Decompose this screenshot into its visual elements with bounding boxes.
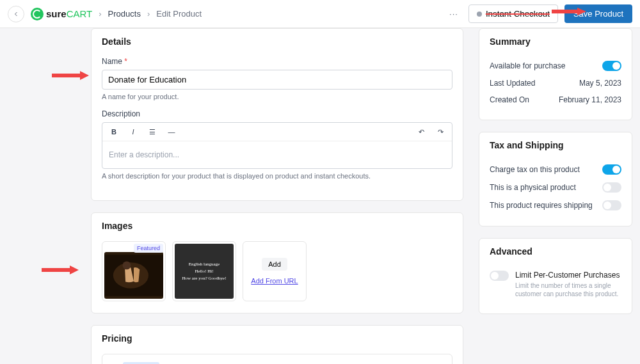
add-image-button[interactable]: Add: [262, 258, 287, 271]
pricing-title: Pricing: [92, 326, 463, 351]
charge-tax-toggle[interactable]: [602, 164, 621, 175]
page-content: Details Name * A name for your product. …: [0, 28, 640, 364]
image-thumbnail-2: English language Hello! Hi! How are you?…: [175, 244, 234, 299]
featured-badge: Featured: [134, 244, 163, 253]
list-button[interactable]: ☰: [146, 125, 159, 138]
shipping-label: This product requires shipping: [490, 201, 593, 210]
thumb2-line2: Hello! Hi!: [195, 269, 214, 274]
price-row[interactable]: ⠿ One Time Donate For Education — Custom…: [102, 354, 452, 364]
description-label: Description: [102, 109, 452, 118]
hr-button[interactable]: —: [165, 125, 178, 138]
physical-label: This is a physical product: [490, 183, 576, 192]
more-menu-button[interactable]: ···: [445, 9, 462, 19]
updated-label: Last Updated: [490, 79, 535, 88]
sidebar-column: Summary Available for purchase Last Upda…: [479, 28, 632, 364]
available-toggle[interactable]: [602, 61, 621, 71]
summary-title: Summary: [479, 29, 632, 54]
images-title: Images: [92, 213, 463, 239]
limit-purchases-label: Limit Per-Customer Purchases: [515, 271, 621, 280]
limit-purchases-toggle[interactable]: [490, 271, 509, 281]
back-button[interactable]: [8, 6, 24, 22]
summary-card: Summary Available for purchase Last Upda…: [479, 28, 632, 120]
name-input[interactable]: [102, 70, 452, 90]
svg-point-2: [123, 261, 131, 269]
image-thumbnail-1: [104, 252, 163, 299]
arrow-left-icon: [12, 10, 20, 18]
chevron-right-icon: ›: [99, 9, 101, 19]
instant-checkout-label: Instant Checkout: [486, 9, 550, 19]
undo-button[interactable]: ↶: [415, 125, 428, 138]
advanced-title: Advanced: [479, 239, 632, 264]
image-card-2[interactable]: English language Hello! Hi! How are you?…: [172, 241, 236, 301]
details-card: Details Name * A name for your product. …: [91, 28, 463, 201]
bold-button[interactable]: B: [108, 125, 120, 138]
created-label: Created On: [490, 95, 529, 104]
topbar-left: sureCART › Products › Edit Product: [8, 6, 202, 22]
limit-purchases-help: Limit the number of times a single custo…: [515, 281, 621, 298]
logo-text-cart: CART: [67, 8, 93, 19]
redo-button[interactable]: ↷: [434, 125, 447, 138]
tax-shipping-card: Tax and Shipping Charge tax on this prod…: [479, 132, 632, 226]
name-help: A name for your product.: [102, 93, 452, 100]
italic-button[interactable]: I: [127, 125, 140, 138]
charge-tax-label: Charge tax on this product: [490, 165, 580, 174]
available-label: Available for purchase: [490, 61, 566, 70]
pricing-card: Pricing ⠿ One Time Donate For Education …: [91, 325, 463, 364]
breadcrumb-products[interactable]: Products: [108, 9, 141, 19]
details-title: Details: [92, 29, 463, 54]
breadcrumb-current: Edit Product: [156, 9, 202, 19]
logo: sureCART: [31, 8, 92, 20]
description-textarea[interactable]: Enter a description...: [102, 141, 452, 168]
tax-title: Tax and Shipping: [479, 132, 632, 158]
reading-image-icon: [104, 252, 163, 299]
advanced-card: Advanced Limit Per-Customer Purchases Li…: [479, 238, 632, 314]
topbar: sureCART › Products › Edit Product ··· I…: [0, 0, 640, 28]
created-value: February 11, 2023: [559, 95, 621, 104]
logo-icon: [31, 8, 44, 20]
images-card: Images Featured: [91, 212, 463, 313]
thumb2-line3: How are you? Goodbye!: [182, 276, 226, 281]
physical-toggle[interactable]: [602, 182, 621, 193]
chevron-right-icon: ›: [147, 9, 150, 19]
description-editor: B I ☰ — ↶ ↷ Enter a description...: [102, 122, 452, 169]
updated-value: May 5, 2023: [579, 79, 621, 88]
logo-text-sure: sure: [46, 8, 67, 19]
save-product-button[interactable]: Save Product: [564, 4, 632, 23]
shipping-toggle[interactable]: [602, 200, 621, 210]
status-dot-icon: [477, 12, 482, 17]
description-help: A short description for your product tha…: [102, 172, 452, 180]
topbar-right: ··· Instant Checkout Save Product: [445, 4, 632, 23]
add-from-url-link[interactable]: Add From URL: [251, 277, 298, 285]
image-card-1[interactable]: Featured: [102, 241, 166, 301]
instant-checkout-button[interactable]: Instant Checkout: [468, 4, 558, 23]
main-column: Details Name * A name for your product. …: [91, 28, 463, 364]
thumb2-line1: English language: [189, 262, 220, 267]
name-label: Name *: [102, 57, 452, 66]
rte-toolbar: B I ☰ — ↶ ↷: [102, 123, 452, 141]
add-image-card: Add Add From URL: [243, 241, 307, 301]
